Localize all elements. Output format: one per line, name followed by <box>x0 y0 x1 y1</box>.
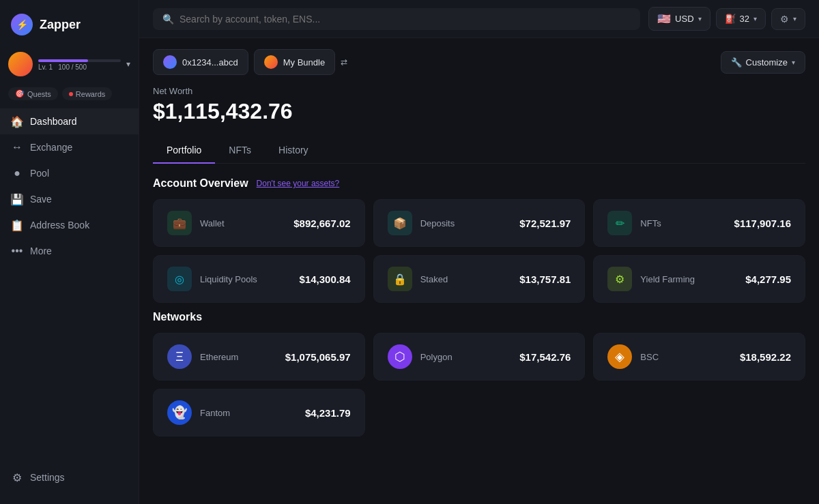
sidebar: ⚡ Zapper Lv. 1 100 / 500 ▾ 🎯 Quests Rewa… <box>0 0 139 504</box>
chevron-down-icon: ▾ <box>698 15 702 23</box>
user-level: Lv. 1 100 / 500 <box>38 63 121 71</box>
customize-label: Customize <box>746 57 788 68</box>
net-worth-label: Net Worth <box>153 86 805 96</box>
gas-icon: ⛽ <box>725 14 736 24</box>
nav-label-settings: Settings <box>30 472 128 483</box>
wallet-card-icon: 💼 <box>167 211 192 235</box>
liquidity-card-label: Liquidity Pools <box>200 274 291 284</box>
header-controls: 🇺🇸 USD ▾ ⛽ 32 ▾ ⚙ ▾ <box>648 7 805 31</box>
app-name: Zapper <box>40 18 81 32</box>
content-area: 0x1234...abcd My Bundle ⇄ 🔧 Customize ▾ … <box>139 38 819 504</box>
fantom-card[interactable]: 👻 Fantom $4,231.79 <box>153 389 365 436</box>
staked-card[interactable]: 🔒 Staked $13,757.81 <box>373 255 586 303</box>
settings-button[interactable]: ⚙ ▾ <box>771 8 805 30</box>
account-overview-title: Account Overview <box>153 177 248 190</box>
account-bar: 0x1234...abcd My Bundle ⇄ 🔧 Customize ▾ <box>153 49 805 75</box>
customize-button[interactable]: 🔧 Customize ▾ <box>721 51 805 74</box>
fantom-icon: 👻 <box>167 400 192 425</box>
dont-see-assets-link[interactable]: Don't see your assets? <box>257 179 340 188</box>
account-overview-header: Account Overview Don't see your assets? <box>153 177 805 190</box>
wallet-avatar <box>163 55 177 69</box>
polygon-card[interactable]: ⬡ Polygon $17,542.76 <box>373 333 586 381</box>
user-section[interactable]: Lv. 1 100 / 500 ▾ <box>0 46 139 82</box>
wallet-account-tab[interactable]: 0x1234...abcd <box>153 49 248 75</box>
net-worth-value: $1,115,432.76 <box>153 99 805 124</box>
sidebar-item-settings[interactable]: ⚙ Settings <box>0 464 139 490</box>
nfts-card[interactable]: ✏ NFTs $117,907.16 <box>593 199 805 247</box>
chevron-down-icon: ▾ <box>792 59 795 66</box>
bsc-value: $18,592.22 <box>740 351 791 363</box>
bundle-label: My Bundle <box>283 57 325 68</box>
sidebar-item-exchange[interactable]: ↔ Exchange <box>0 134 139 160</box>
sidebar-bottom: ⚙ Settings <box>0 459 139 496</box>
polygon-icon: ⬡ <box>388 344 412 369</box>
logo-icon: ⚡ <box>11 14 33 35</box>
bundle-account-tab[interactable]: My Bundle <box>254 49 335 75</box>
ethereum-value: $1,075,065.97 <box>285 351 351 363</box>
ethereum-card[interactable]: Ξ Ethereum $1,075,065.97 <box>153 333 365 381</box>
sidebar-item-save[interactable]: 💾 Save <box>0 186 139 212</box>
account-cards-row1: 💼 Wallet $892,667.02 📦 Deposits $72,521.… <box>153 199 805 247</box>
gas-value: 32 <box>740 14 749 24</box>
networks-header: Networks <box>153 311 805 323</box>
sidebar-item-more[interactable]: ••• More <box>0 238 139 264</box>
nav-label-more: More <box>30 246 128 256</box>
logo[interactable]: ⚡ Zapper <box>0 8 139 46</box>
deposits-card[interactable]: 📦 Deposits $72,521.97 <box>373 199 586 247</box>
exchange-icon: ↔ <box>11 141 23 153</box>
search-icon: 🔍 <box>162 14 174 25</box>
networks-title: Networks <box>153 311 202 323</box>
nfts-card-label: NFTs <box>640 218 725 228</box>
sidebar-item-pool[interactable]: ● Pool <box>0 160 139 186</box>
pool-icon: ● <box>11 167 23 179</box>
staked-card-value: $13,757.81 <box>519 273 571 285</box>
chevron-down-icon: ▾ <box>126 59 130 69</box>
deposits-card-label: Deposits <box>420 218 512 228</box>
sidebar-item-address-book[interactable]: 📋 Address Book <box>0 212 139 238</box>
save-icon: 💾 <box>11 193 23 205</box>
bsc-icon: ◈ <box>607 344 632 369</box>
networks-section: Networks Ξ Ethereum $1,075,065.97 ⬡ Poly… <box>153 311 805 436</box>
deposits-card-icon: 📦 <box>388 211 412 235</box>
main-content: 🔍 🇺🇸 USD ▾ ⛽ 32 ▾ ⚙ ▾ <box>139 0 819 504</box>
yield-farming-card[interactable]: ⚙ Yield Farming $4,277.95 <box>593 255 805 303</box>
account-cards-row2: ◎ Liquidity Pools $14,300.84 🔒 Staked $1… <box>153 255 805 303</box>
liquidity-card-icon: ◎ <box>167 267 192 291</box>
fantom-value: $4,231.79 <box>305 407 351 419</box>
settings-icon: ⚙ <box>11 471 23 484</box>
portfolio-tabs: Portfolio NFTs History <box>153 138 805 164</box>
customize-icon: 🔧 <box>731 57 742 68</box>
search-box[interactable]: 🔍 <box>153 8 640 30</box>
tab-nfts[interactable]: NFTs <box>215 138 265 164</box>
ethereum-label: Ethereum <box>200 352 277 362</box>
yield-card-icon: ⚙ <box>607 267 632 291</box>
gas-selector[interactable]: ⛽ 32 ▾ <box>716 8 766 29</box>
nav-label-exchange: Exchange <box>30 142 128 153</box>
currency-selector[interactable]: 🇺🇸 USD ▾ <box>648 7 710 31</box>
rewards-badge[interactable]: Rewards <box>62 87 112 100</box>
deposits-card-value: $72,521.97 <box>519 218 571 229</box>
bsc-label: BSC <box>640 352 732 362</box>
swap-icon[interactable]: ⇄ <box>341 57 347 67</box>
bundle-avatar <box>264 55 278 69</box>
tab-portfolio[interactable]: Portfolio <box>153 138 215 164</box>
nav-label-pool: Pool <box>30 168 128 179</box>
notification-dot <box>69 92 73 96</box>
wallet-card[interactable]: 💼 Wallet $892,667.02 <box>153 199 365 247</box>
nfts-card-icon: ✏ <box>607 211 632 235</box>
staked-card-icon: 🔒 <box>388 267 412 291</box>
wallet-card-label: Wallet <box>200 218 285 228</box>
tab-history[interactable]: History <box>265 138 322 164</box>
quests-badge[interactable]: 🎯 Quests <box>8 87 58 100</box>
search-input[interactable] <box>179 14 631 25</box>
nav-label-save: Save <box>30 194 128 205</box>
polygon-label: Polygon <box>420 352 512 362</box>
yield-card-value: $4,277.95 <box>745 273 791 285</box>
sidebar-item-dashboard[interactable]: 🏠 Dashboard <box>0 108 139 134</box>
bsc-card[interactable]: ◈ BSC $18,592.22 <box>593 333 805 381</box>
wallet-address: 0x1234...abcd <box>182 57 238 68</box>
nav-label-address-book: Address Book <box>30 220 128 231</box>
networks-row1: Ξ Ethereum $1,075,065.97 ⬡ Polygon $17,5… <box>153 333 805 381</box>
chevron-down-icon: ▾ <box>793 15 796 23</box>
liquidity-pools-card[interactable]: ◎ Liquidity Pools $14,300.84 <box>153 255 365 303</box>
